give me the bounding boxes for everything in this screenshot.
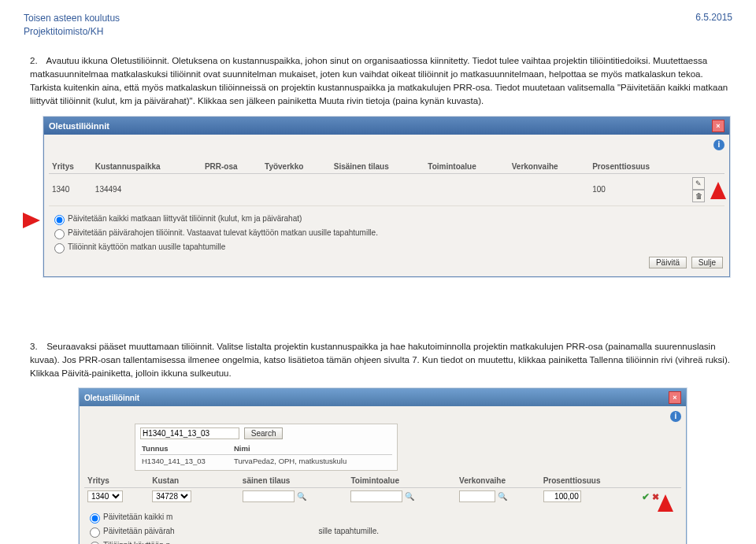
update-options: Päivitetään kaikki m Päivitetään päivära…	[86, 511, 681, 544]
cell-tv	[261, 173, 331, 205]
org-line2: Projektitoimisto/KH	[24, 26, 103, 37]
col-ta: Toimintoalue	[347, 474, 456, 488]
dialog-title: Oletustiliöinnit	[84, 394, 139, 402]
ta-input[interactable]	[350, 490, 402, 502]
annotation-arrow-icon	[710, 182, 726, 199]
paragraph-3: 3. Seuraavaksi pääset muuttamaan tiliöin…	[30, 340, 732, 381]
cell-ta	[424, 173, 508, 205]
col-kust: Kustan	[149, 474, 220, 488]
search-result-row[interactable]: H1340_141_13_03 TurvaPeda2, OPH, matkust…	[140, 455, 392, 468]
close-button[interactable]: Sulje	[691, 257, 723, 268]
scol-nimi: Nimi	[232, 442, 392, 455]
org-line1: Toisen asteen koulutus	[24, 13, 120, 24]
col-ta: Toimintoalue	[424, 160, 508, 174]
col-yritys: Yritys	[84, 474, 149, 488]
yritys-select[interactable]: 1340	[87, 490, 123, 502]
pros-input[interactable]	[543, 490, 581, 502]
default-postings-dialog: Oletustiliöinnit × i Yritys Kustannuspai…	[43, 117, 730, 277]
table-row: 1340 34728 🔍 🔍 🔍 ✔ ✖	[84, 488, 681, 505]
opt-perdiem: Päivitetään päivärahojen tiliöinnit. Vas…	[50, 227, 724, 239]
col-tv: Työverkko	[261, 160, 331, 174]
radio-all[interactable]	[90, 513, 100, 524]
radio-all[interactable]	[54, 215, 65, 225]
dialog-title: Oletustiliöinnit	[49, 121, 109, 131]
update-button[interactable]: Päivitä	[649, 257, 687, 268]
cell-yritys: 1340	[49, 173, 92, 205]
cell-st	[331, 173, 425, 205]
paragraph-2: 2. Avautuu ikkuna Oletustiliöinnit. Olet…	[30, 54, 732, 109]
cell-pros: 100	[589, 173, 687, 205]
update-options: Päivitetään kaikki matkaan liittyvät til…	[50, 213, 724, 253]
doc-header: Toisen asteen koulutus Projektitoimisto/…	[24, 12, 732, 39]
col-prr: PRR-osa	[202, 160, 261, 174]
cell-kust: 134494	[92, 173, 202, 205]
kust-select[interactable]: 34728	[152, 490, 191, 502]
close-icon[interactable]: ×	[712, 120, 724, 132]
default-postings-dialog-edit: Oletustiliöinnit × i Search Tunnus Nimi …	[79, 388, 687, 544]
table-row: 1340 134494 100 ✎ 🗑	[49, 173, 724, 205]
cell-prr	[202, 173, 261, 205]
cell-nimi: TurvaPeda2, OPH, matkustuskulu	[232, 455, 392, 468]
radio-perdiem[interactable]	[90, 527, 100, 538]
annotation-arrow-icon	[23, 213, 40, 228]
col-vv: Verkonvaihe	[509, 160, 590, 174]
close-icon[interactable]: ×	[669, 391, 681, 404]
scol-tunnus: Tunnus	[140, 442, 232, 455]
cell-vk	[509, 173, 590, 205]
lookup-icon[interactable]: 🔍	[498, 492, 507, 501]
col-pros: Prosenttiosuus	[540, 474, 639, 488]
info-icon[interactable]: i	[713, 139, 724, 150]
postings-table: Yritys Kustannuspaikka PRR-osa Työverkko…	[49, 160, 724, 206]
search-popup: Search Tunnus Nimi H1340_141_13_03 Turva…	[135, 424, 398, 471]
edit-row-icon[interactable]: ✎	[692, 177, 705, 190]
edit-table: Yritys Kustan säinen tilaus Toimintoalue…	[84, 474, 681, 505]
col-kust: Kustannuspaikka	[92, 160, 202, 174]
step-text: Avautuu ikkuna Oletustiliöinnit. Oletuks…	[30, 56, 728, 106]
annotation-arrow-icon	[658, 494, 673, 512]
col-yritys: Yritys	[49, 160, 92, 174]
info-icon[interactable]: i	[670, 411, 681, 422]
doc-date: 6.5.2015	[695, 12, 732, 39]
delete-row-icon[interactable]: 🗑	[692, 190, 705, 202]
opt-new: Tiliöinnit käyttöön matkan uusille tapah…	[50, 241, 724, 253]
step-number: 2.	[30, 54, 44, 68]
search-button[interactable]: Search	[244, 427, 284, 439]
radio-new[interactable]	[54, 243, 65, 253]
radio-perdiem[interactable]	[54, 229, 65, 239]
save-row-icon[interactable]: ✔	[642, 491, 650, 502]
step-text: Seuraavaksi pääset muuttamaan tiliöinnit…	[30, 342, 730, 379]
col-st: Sisäinen tilaus	[331, 160, 425, 174]
col-vv: Verkonvaihe	[456, 474, 540, 488]
search-input[interactable]	[140, 427, 239, 439]
vv-input[interactable]	[459, 490, 495, 502]
lookup-icon[interactable]: 🔍	[297, 492, 306, 501]
cell-tunnus: H1340_141_13_03	[140, 455, 232, 468]
opt-all: Päivitetään kaikki matkaan liittyvät til…	[50, 213, 724, 225]
col-pros: Prosenttiosuus	[589, 160, 687, 174]
lookup-icon[interactable]: 🔍	[405, 492, 414, 501]
col-st: säinen tilaus	[239, 474, 348, 488]
st-input[interactable]	[243, 490, 295, 502]
step-number: 3.	[30, 340, 44, 353]
